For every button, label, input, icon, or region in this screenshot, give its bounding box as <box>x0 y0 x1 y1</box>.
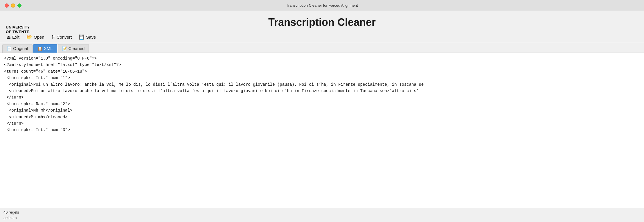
tab-cleaned[interactable]: 📝 Cleaned <box>58 44 89 53</box>
tab-bar: 📄 Original 📋 XML 📝 Cleaned <box>0 43 644 53</box>
xml-content[interactable]: <?xml version="1.0" encoding="UTF-8"?> <… <box>0 53 644 208</box>
xml-tab-icon: 📋 <box>37 46 42 51</box>
maximize-button[interactable] <box>17 3 21 8</box>
cleaned-tab-icon: 📝 <box>62 46 67 51</box>
xml-tab-label: XML <box>44 46 53 51</box>
toolbar: ⏏ Exit 📂 Open ⇅ Convert 💾 Save <box>0 31 644 43</box>
save-icon: 💾 <box>79 34 84 40</box>
exit-label: Exit <box>12 35 19 40</box>
tab-xml[interactable]: 📋 XML <box>33 44 57 53</box>
status-bar: 46 regels gelezen <box>0 208 644 222</box>
cleaned-tab-label: Cleaned <box>69 46 85 51</box>
exit-button[interactable]: ⏏ Exit <box>3 33 22 41</box>
app-header: Transcription Cleaner <box>0 11 644 31</box>
save-button[interactable]: 💾 Save <box>76 33 99 41</box>
exit-icon: ⏏ <box>6 34 11 40</box>
original-tab-label: Original <box>13 46 28 51</box>
title-bar: Transcription Cleaner for Forced Alignme… <box>0 0 644 11</box>
status-line-1: 46 regels <box>3 210 641 215</box>
original-tab-icon: 📄 <box>7 46 12 51</box>
convert-button[interactable]: ⇅ Convert <box>48 33 75 41</box>
university-logo: UNIVERSITY OF TWENTE. <box>6 25 30 34</box>
status-line-2: gelezen <box>3 215 641 221</box>
save-label: Save <box>86 35 96 40</box>
close-button[interactable] <box>5 3 9 8</box>
open-label: Open <box>34 35 44 40</box>
window-title: Transcription Cleaner for Forced Alignme… <box>286 3 358 8</box>
app-title: Transcription Cleaner <box>0 16 644 28</box>
convert-label: Convert <box>57 35 72 40</box>
open-icon: 📂 <box>26 34 32 40</box>
traffic-lights <box>5 3 21 8</box>
convert-icon: ⇅ <box>51 34 55 40</box>
minimize-button[interactable] <box>11 3 15 8</box>
tab-original[interactable]: 📄 Original <box>2 44 33 53</box>
open-button[interactable]: 📂 Open <box>24 33 47 41</box>
